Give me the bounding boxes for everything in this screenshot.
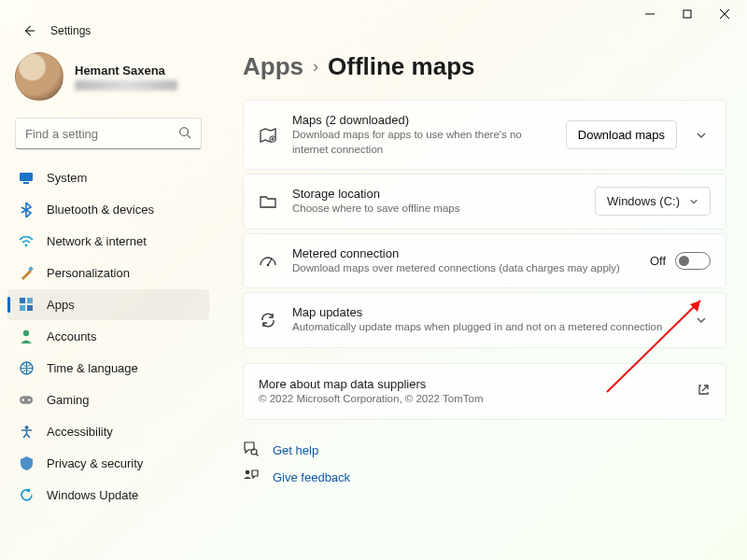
chevron-right-icon: ›	[313, 57, 318, 77]
search-input[interactable]	[25, 127, 175, 141]
dropdown-value: Windows (C:)	[607, 194, 680, 208]
breadcrumb: Apps › Offline maps	[243, 52, 726, 81]
chevron-down-icon	[689, 197, 698, 206]
profile-name: Hemant Saxena	[75, 63, 177, 77]
give-feedback-link[interactable]: Give feedback	[243, 469, 726, 485]
sidebar-item-network[interactable]: Network & internet	[7, 226, 209, 257]
gauge-icon	[259, 251, 277, 270]
storage-location-dropdown[interactable]: Windows (C:)	[595, 187, 711, 216]
svg-point-15	[23, 330, 29, 336]
svg-rect-7	[20, 173, 33, 181]
apps-icon	[19, 298, 34, 313]
svg-point-9	[25, 244, 28, 246]
svg-rect-8	[23, 182, 29, 184]
svg-rect-11	[20, 298, 25, 303]
open-external-icon[interactable]	[697, 383, 711, 399]
sidebar-item-system[interactable]: System	[7, 162, 209, 193]
sidebar-item-label: Time & language	[47, 361, 138, 375]
card-subtitle: Download maps for apps to use when there…	[292, 128, 551, 157]
sidebar-item-label: Apps	[47, 298, 75, 312]
back-button[interactable]	[21, 22, 37, 39]
sidebar-item-label: Windows Update	[47, 488, 138, 502]
sidebar-item-label: Gaming	[47, 393, 90, 407]
suppliers-row: More about map data suppliers © 2022 Mic…	[243, 363, 726, 421]
svg-rect-13	[20, 305, 25, 311]
sidebar-item-accounts[interactable]: Accounts	[7, 321, 209, 352]
card-title: Storage location	[292, 187, 580, 201]
clock-globe-icon	[19, 361, 34, 376]
svg-point-18	[21, 399, 23, 400]
profile-email	[75, 80, 177, 91]
gamepad-icon	[19, 393, 34, 408]
svg-point-5	[180, 127, 189, 135]
svg-rect-10	[28, 266, 34, 272]
svg-line-6	[188, 134, 191, 138]
paintbrush-icon	[19, 266, 34, 281]
metered-toggle[interactable]	[675, 252, 711, 270]
card-title: More about map data suppliers	[259, 377, 682, 391]
sidebar-item-accessibility[interactable]: Accessibility	[7, 416, 209, 447]
sidebar-item-label: System	[47, 171, 87, 185]
sidebar-item-time[interactable]: Time & language	[7, 353, 209, 384]
sidebar-item-update[interactable]: Windows Update	[7, 480, 209, 511]
sidebar-item-personalization[interactable]: Personalization	[7, 258, 209, 288]
map-icon	[259, 126, 277, 145]
svg-point-19	[28, 399, 30, 400]
app-title: Settings	[50, 24, 91, 37]
sidebar-item-label: Network & internet	[47, 234, 147, 248]
sidebar-item-label: Personalization	[47, 266, 130, 280]
sidebar-item-label: Bluetooth & devices	[47, 203, 154, 217]
window-close-button[interactable]	[706, 0, 743, 28]
bluetooth-icon	[19, 203, 34, 217]
card-title: Map updates	[292, 305, 677, 319]
download-maps-button[interactable]: Download maps	[566, 120, 677, 149]
card-subtitle: Choose where to save offline maps	[292, 202, 580, 217]
window-maximize-button[interactable]	[669, 0, 706, 28]
breadcrumb-root[interactable]: Apps	[243, 52, 303, 81]
svg-rect-14	[27, 305, 33, 311]
svg-rect-12	[27, 298, 33, 303]
maps-download-row[interactable]: Maps (2 downloaded) Download maps for ap…	[243, 100, 726, 170]
update-icon	[19, 488, 34, 503]
page-title: Offline maps	[328, 52, 474, 81]
svg-point-26	[246, 470, 250, 475]
toggle-state-label: Off	[650, 254, 666, 268]
sidebar-item-label: Accounts	[47, 329, 96, 343]
svg-rect-1	[684, 10, 691, 18]
folder-icon	[259, 192, 277, 211]
sidebar-item-label: Accessibility	[47, 425, 113, 439]
window-minimize-button[interactable]	[631, 0, 669, 28]
card-title: Maps (2 downloaded)	[292, 113, 551, 127]
svg-point-20	[24, 426, 28, 429]
card-title: Metered connection	[292, 246, 635, 260]
copyright-text: © 2022 Microsoft Corporation, © 2022 Tom…	[259, 392, 682, 407]
link-label[interactable]: Get help	[273, 443, 318, 457]
sidebar-item-privacy[interactable]: Privacy & security	[7, 448, 209, 479]
sync-icon	[259, 311, 277, 329]
help-icon	[243, 441, 260, 459]
sidebar-item-label: Privacy & security	[47, 456, 143, 470]
wifi-icon	[19, 234, 34, 249]
display-icon	[19, 171, 34, 186]
profile-block[interactable]: Hemant Saxena	[7, 47, 209, 114]
svg-point-23	[267, 264, 270, 267]
map-updates-row[interactable]: Map updates Automatically update maps wh…	[243, 292, 726, 348]
card-subtitle: Automatically update maps when plugged i…	[292, 320, 677, 335]
accessibility-icon	[19, 425, 34, 440]
chevron-down-icon[interactable]	[692, 315, 711, 326]
search-box[interactable]	[15, 118, 202, 149]
svg-rect-17	[20, 396, 33, 403]
storage-location-row[interactable]: Storage location Choose where to save of…	[243, 174, 726, 230]
card-subtitle: Download maps over metered connections (…	[292, 261, 635, 276]
person-icon	[19, 329, 34, 344]
get-help-link[interactable]: Get help	[243, 441, 726, 459]
metered-connection-row: Metered connection Download maps over me…	[243, 233, 726, 289]
sidebar-item-apps[interactable]: Apps	[7, 289, 209, 320]
chevron-down-icon[interactable]	[692, 130, 711, 141]
feedback-icon	[243, 469, 260, 485]
search-icon	[178, 126, 191, 142]
sidebar-item-gaming[interactable]: Gaming	[7, 385, 209, 415]
link-label[interactable]: Give feedback	[273, 470, 350, 484]
avatar	[15, 52, 63, 101]
sidebar-item-bluetooth[interactable]: Bluetooth & devices	[7, 194, 209, 225]
